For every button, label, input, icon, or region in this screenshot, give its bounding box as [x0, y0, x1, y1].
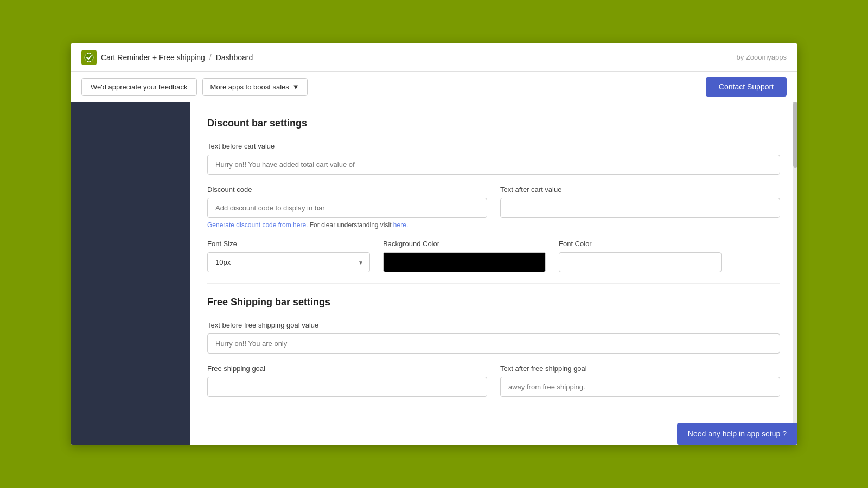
bg-color-label: Background Color [383, 240, 546, 248]
text-before-input[interactable] [207, 155, 780, 175]
chevron-down-icon: ▼ [292, 83, 299, 91]
shipping-text-after-col: Text after free shipping goal [500, 364, 780, 397]
main-content: Discount bar settings Text before cart v… [71, 102, 797, 445]
shipping-text-after-input[interactable] [500, 377, 780, 397]
bg-color-input[interactable]: 000000 [383, 252, 546, 272]
shipping-goal-row: Free shipping goal Text after free shipp… [207, 364, 780, 397]
shipping-text-before-label: Text before free shipping goal value [207, 321, 780, 329]
font-color-input[interactable]: FFFFFF [559, 252, 722, 272]
svg-point-0 [85, 53, 93, 62]
more-apps-button[interactable]: More apps to boost sales ▼ [202, 78, 308, 96]
discount-bar-section: Discount bar settings Text before cart v… [207, 118, 780, 272]
text-before-label: Text before cart value [207, 142, 780, 150]
text-after-input[interactable] [500, 198, 780, 218]
breadcrumb-app: Cart Reminder + Free shipping [101, 53, 205, 62]
section-divider [207, 283, 780, 284]
feedback-button[interactable]: We'd appreciate your feedback [81, 78, 197, 96]
breadcrumb-separator: / [209, 53, 212, 62]
font-size-select[interactable]: 10px 12px 14px 16px 18px [207, 252, 370, 272]
action-bar: We'd appreciate your feedback More apps … [71, 72, 797, 102]
shipping-text-before-input[interactable] [207, 333, 780, 354]
generate-link[interactable]: Generate discount code from here. [207, 221, 308, 229]
shipping-goal-input[interactable] [207, 377, 487, 397]
contact-support-button[interactable]: Contact Support [706, 77, 787, 97]
content-panel: Discount bar settings Text before cart v… [190, 102, 797, 445]
app-icon [81, 50, 97, 65]
shipping-goal-col: Free shipping goal [207, 364, 487, 397]
free-shipping-section: Free Shipping bar settings Text before f… [207, 297, 780, 397]
font-color-label: Font Color [559, 240, 722, 248]
text-before-group: Text before cart value [207, 142, 780, 175]
breadcrumb-page: Dashboard [216, 53, 253, 62]
shipping-text-before-group: Text before free shipping goal value [207, 321, 780, 354]
breadcrumb: Cart Reminder + Free shipping / Dashboar… [81, 50, 253, 65]
font-size-select-wrapper: 10px 12px 14px 16px 18px [207, 252, 370, 272]
discount-row: Discount code Generate discount code fro… [207, 185, 780, 229]
top-bar: Cart Reminder + Free shipping / Dashboar… [71, 43, 797, 72]
text-after-col: Text after cart value [500, 185, 780, 229]
discount-code-label: Discount code [207, 185, 487, 194]
font-size-label: Font Size [207, 240, 370, 248]
content-area: Discount bar settings Text before cart v… [190, 102, 797, 445]
free-shipping-section-title: Free Shipping bar settings [207, 297, 780, 308]
font-color-col: Font Color FFFFFF [559, 240, 722, 272]
helper-text: Generate discount code from here. For cl… [207, 221, 487, 229]
shipping-goal-label: Free shipping goal [207, 364, 487, 373]
scrollbar-track: ▲ ▼ [793, 102, 797, 445]
action-bar-left: We'd appreciate your feedback More apps … [81, 78, 308, 96]
discount-section-title: Discount bar settings [207, 118, 780, 129]
style-row: Font Size 10px 12px 14px 16px 18px [207, 240, 780, 272]
font-size-col: Font Size 10px 12px 14px 16px 18px [207, 240, 370, 272]
scrollbar-thumb[interactable] [793, 102, 797, 168]
discount-code-input[interactable] [207, 198, 487, 218]
shipping-text-after-label: Text after free shipping goal [500, 364, 780, 373]
sidebar [71, 102, 190, 445]
here-link[interactable]: here. [393, 221, 408, 229]
by-text: by Zooomyapps [737, 53, 787, 61]
text-after-label: Text after cart value [500, 185, 780, 194]
discount-code-col: Discount code Generate discount code fro… [207, 185, 487, 229]
bg-color-col: Background Color 000000 [383, 240, 546, 272]
help-button[interactable]: Need any help in app setup ? [677, 423, 797, 445]
